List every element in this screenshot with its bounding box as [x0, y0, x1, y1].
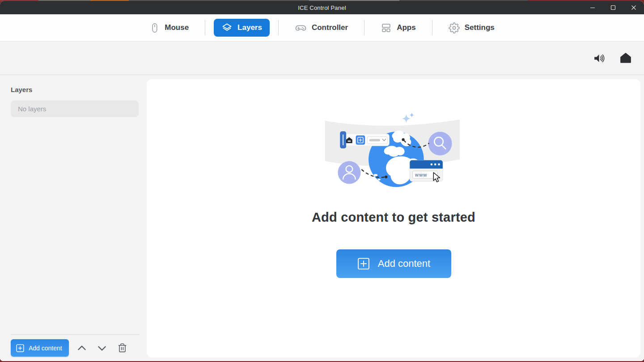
- plus-square-icon: [16, 344, 25, 353]
- mouse-icon: [149, 22, 160, 34]
- tab-layers[interactable]: Layers: [214, 19, 270, 37]
- maximize-icon: [610, 5, 616, 10]
- window-title: ICE Control Panel: [298, 4, 346, 11]
- tab-apps[interactable]: Apps: [373, 19, 424, 37]
- home-icon: [619, 52, 632, 64]
- layers-icon: [221, 22, 233, 33]
- minimize-button[interactable]: [582, 1, 603, 14]
- volume-icon: [593, 52, 605, 64]
- tab-label: Apps: [397, 23, 416, 32]
- close-button[interactable]: [623, 1, 644, 14]
- home-button[interactable]: [619, 51, 632, 65]
- chevron-up-icon: [76, 342, 88, 354]
- empty-state-heading: Add content to get started: [312, 210, 475, 225]
- tab-label: Mouse: [165, 23, 189, 32]
- tab-label: Controller: [312, 23, 348, 32]
- maximize-button[interactable]: [603, 1, 623, 14]
- nav-divider: [432, 20, 432, 35]
- main-nav: Mouse Layers Controller: [0, 14, 644, 42]
- trash-icon: [117, 343, 127, 353]
- empty-state-illustration: www: [323, 110, 464, 189]
- content-area: Layers No layers Add content: [0, 75, 644, 361]
- main-panel: www Add content to get started Add conte…: [147, 79, 640, 358]
- plus-square-icon: [357, 257, 370, 270]
- minimize-icon: [590, 5, 595, 10]
- sidebar-footer: Add content: [11, 334, 140, 357]
- add-content-label: Add content: [29, 345, 62, 352]
- chevron-down-icon: [96, 342, 108, 354]
- app-window: ICE Control Panel Mouse: [0, 1, 644, 361]
- add-content-button-sidebar[interactable]: Add content: [11, 339, 69, 357]
- layers-empty-placeholder: No layers: [11, 101, 139, 117]
- add-content-button-main[interactable]: Add content: [336, 249, 451, 278]
- settings-icon: [449, 22, 460, 34]
- nav-divider: [278, 20, 279, 35]
- sidebar-title: Layers: [11, 86, 139, 93]
- move-layer-up-button[interactable]: [76, 342, 88, 354]
- apps-icon: [381, 22, 392, 34]
- quick-bar: [0, 42, 644, 75]
- move-layer-down-button[interactable]: [96, 342, 108, 354]
- add-content-label: Add content: [378, 258, 430, 269]
- layers-sidebar: Layers No layers Add content: [0, 75, 147, 361]
- nav-divider: [205, 20, 205, 35]
- tab-controller[interactable]: Controller: [287, 19, 356, 37]
- empty-text: No layers: [18, 105, 46, 113]
- nav-divider: [364, 20, 364, 35]
- titlebar: ICE Control Panel: [0, 1, 644, 14]
- www-label: www: [415, 172, 427, 177]
- tab-settings[interactable]: Settings: [441, 19, 502, 37]
- tab-label: Settings: [465, 23, 495, 32]
- volume-button[interactable]: [592, 51, 606, 65]
- close-icon: [631, 5, 636, 10]
- controller-icon: [295, 22, 307, 34]
- tab-label: Layers: [237, 23, 262, 32]
- tab-mouse[interactable]: Mouse: [142, 19, 196, 37]
- delete-layer-button[interactable]: [116, 342, 129, 354]
- window-controls: [582, 1, 644, 14]
